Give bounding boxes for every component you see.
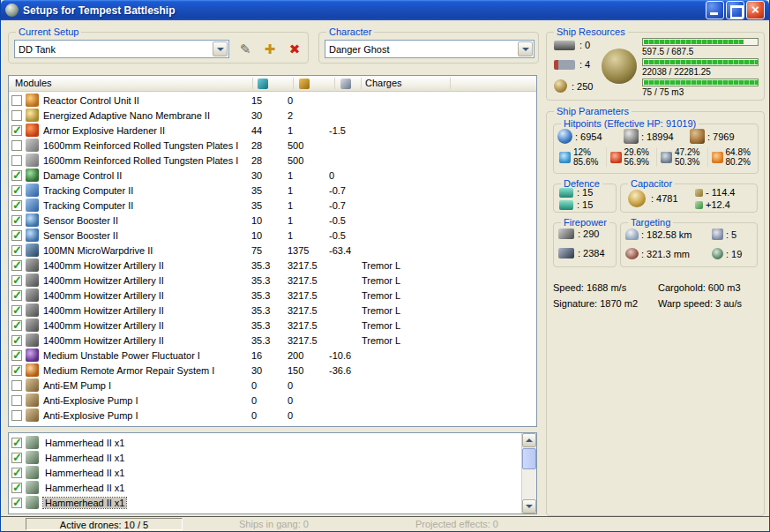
scroll-up-button[interactable] bbox=[522, 433, 536, 447]
cpu-bar-text: 597.5 / 687.5 bbox=[642, 47, 759, 56]
drone-enabled-checkbox[interactable] bbox=[11, 498, 22, 508]
setup-combobox-arrow[interactable] bbox=[213, 41, 228, 56]
scroll-down-button[interactable] bbox=[522, 499, 536, 513]
module-row[interactable]: 1400mm Howitzer Artillery II35.33217.5Tr… bbox=[9, 273, 536, 288]
module-enabled-checkbox[interactable] bbox=[11, 350, 22, 361]
armor-icon bbox=[624, 129, 639, 144]
cap-recharge-icon bbox=[695, 201, 703, 209]
scrollbar-thumb[interactable] bbox=[522, 448, 536, 469]
module-cpu-value: 35 bbox=[251, 185, 288, 196]
module-enabled-checkbox[interactable] bbox=[11, 290, 22, 301]
module-row[interactable]: 100MN MicroWarpdrive II751375-63.4 bbox=[9, 243, 536, 258]
ship-parameters-group: Ship Parameters Hitpoints (Effective HP:… bbox=[546, 111, 765, 516]
module-row[interactable]: 1600mm Reinforced Rolled Tungsten Plates… bbox=[9, 138, 536, 153]
powergrid-icon bbox=[299, 79, 310, 89]
edit-setups-icon[interactable]: ✎ bbox=[236, 41, 254, 58]
minimize-button[interactable] bbox=[706, 1, 724, 19]
module-row[interactable]: Anti-Explosive Pump I00 bbox=[9, 393, 536, 408]
drone-row[interactable]: Hammerhead II x1 bbox=[9, 465, 521, 480]
titlebar[interactable]: Setups for Tempest Battleship bbox=[1, 0, 769, 20]
reactor-control-icon bbox=[26, 94, 39, 107]
cargohold-value: Cargohold: 600 m3 bbox=[658, 282, 741, 293]
current-setup-group: Current Setup DD Tank ✎ ✚ ✖ bbox=[8, 32, 309, 64]
module-enabled-checkbox[interactable] bbox=[11, 185, 22, 196]
chevron-up-icon bbox=[526, 438, 533, 442]
module-row[interactable]: Tracking Computer II351-0.7 bbox=[9, 183, 536, 198]
character-combobox-arrow[interactable] bbox=[518, 41, 533, 56]
module-enabled-checkbox[interactable] bbox=[11, 125, 22, 136]
drone-enabled-checkbox[interactable] bbox=[11, 468, 22, 478]
delete-setup-icon[interactable]: ✖ bbox=[286, 41, 303, 58]
drones-list[interactable]: Hammerhead II x1Hammerhead II x1Hammerhe… bbox=[8, 432, 537, 514]
firepower-label: Firepower bbox=[561, 216, 609, 229]
module-row[interactable]: Anti-Explosive Pump I00 bbox=[9, 408, 536, 423]
module-powergrid-value: 500 bbox=[288, 155, 329, 166]
signature-value: Signature: 1870 m2 bbox=[553, 298, 638, 309]
module-enabled-checkbox[interactable] bbox=[11, 200, 22, 211]
new-setup-icon[interactable]: ✚ bbox=[261, 41, 279, 58]
module-enabled-checkbox[interactable] bbox=[11, 155, 22, 166]
drone-row[interactable]: Hammerhead II x1 bbox=[9, 495, 521, 510]
module-row[interactable]: 1400mm Howitzer Artillery II35.33217.5Tr… bbox=[9, 258, 536, 273]
module-enabled-checkbox[interactable] bbox=[11, 365, 22, 376]
setup-combobox[interactable]: DD Tank bbox=[14, 40, 229, 58]
drone-enabled-checkbox[interactable] bbox=[11, 483, 22, 493]
module-enabled-checkbox[interactable] bbox=[11, 95, 22, 106]
module-row[interactable]: Damage Control II3010 bbox=[9, 168, 536, 183]
module-charge: Tremor L bbox=[362, 260, 536, 271]
module-cpu-value: 0 bbox=[251, 395, 288, 406]
module-enabled-checkbox[interactable] bbox=[11, 170, 22, 181]
module-powergrid-value: 3217.5 bbox=[288, 335, 329, 346]
module-enabled-checkbox[interactable] bbox=[11, 410, 22, 421]
module-cap-value: -63.4 bbox=[329, 245, 362, 256]
module-row[interactable]: Sensor Booster II101-0.5 bbox=[9, 213, 536, 228]
module-row[interactable]: Reactor Control Unit II150 bbox=[9, 93, 536, 108]
module-row[interactable]: Anti-EM Pump I00 bbox=[9, 378, 536, 393]
maximize-button[interactable] bbox=[726, 1, 744, 19]
drone-row[interactable]: Hammerhead II x1 bbox=[9, 450, 521, 465]
kinetic-resist-cell: 47.2% 50.3% bbox=[656, 147, 707, 167]
module-enabled-checkbox[interactable] bbox=[11, 395, 22, 406]
module-enabled-checkbox[interactable] bbox=[11, 110, 22, 121]
module-enabled-checkbox[interactable] bbox=[11, 245, 22, 256]
module-name: 1400mm Howitzer Artillery II bbox=[43, 275, 251, 286]
module-row[interactable]: Medium Remote Armor Repair System I30150… bbox=[9, 363, 536, 378]
module-row[interactable]: Tracking Computer II351-0.7 bbox=[9, 198, 536, 213]
module-row[interactable]: Armor Explosive Hardener II441-1.5 bbox=[9, 123, 536, 138]
drone-icon bbox=[26, 451, 39, 464]
drones-scrollbar[interactable] bbox=[521, 433, 536, 513]
drone-row[interactable]: Hammerhead II x1 bbox=[9, 480, 521, 495]
module-enabled-checkbox[interactable] bbox=[11, 305, 22, 316]
module-row[interactable]: Sensor Booster II101-0.5 bbox=[9, 228, 536, 243]
sensor-booster-icon bbox=[26, 229, 39, 242]
module-cpu-value: 28 bbox=[251, 140, 288, 151]
close-button[interactable] bbox=[746, 1, 765, 19]
module-enabled-checkbox[interactable] bbox=[11, 215, 22, 226]
module-row[interactable]: 1400mm Howitzer Artillery II35.33217.5Tr… bbox=[9, 318, 536, 333]
drone-enabled-checkbox[interactable] bbox=[11, 438, 22, 448]
module-row[interactable]: 1400mm Howitzer Artillery II35.33217.5Tr… bbox=[9, 333, 536, 348]
drone-row[interactable]: Hammerhead II x1 bbox=[9, 435, 521, 450]
drone-enabled-checkbox[interactable] bbox=[11, 453, 22, 463]
module-enabled-checkbox[interactable] bbox=[11, 230, 22, 241]
module-powergrid-value: 1 bbox=[288, 185, 329, 196]
module-row[interactable]: 1400mm Howitzer Artillery II35.33217.5Tr… bbox=[9, 303, 536, 318]
modules-list[interactable]: Modules Charges Reactor Control Unit II1… bbox=[8, 75, 537, 427]
module-row[interactable]: 1600mm Reinforced Rolled Tungsten Plates… bbox=[9, 153, 536, 168]
cap-recharge-value: +12.4 bbox=[706, 199, 730, 210]
module-row[interactable]: Energized Adaptive Nano Membrane II302 bbox=[9, 108, 536, 123]
module-enabled-checkbox[interactable] bbox=[11, 380, 22, 391]
module-cap-value: -0.5 bbox=[329, 230, 362, 241]
module-name: 1400mm Howitzer Artillery II bbox=[43, 260, 251, 271]
hitpoints-group: Hitpoints (Effective HP: 91019) : 6954 :… bbox=[553, 124, 759, 174]
module-row[interactable]: Medium Unstable Power Fluctuator I16200-… bbox=[9, 348, 536, 363]
module-enabled-checkbox[interactable] bbox=[11, 320, 22, 331]
module-enabled-checkbox[interactable] bbox=[11, 260, 22, 271]
module-enabled-checkbox[interactable] bbox=[11, 335, 22, 346]
speed-value: Speed: 1688 m/s bbox=[553, 282, 626, 293]
character-combobox[interactable]: Danger Ghost bbox=[325, 40, 535, 58]
module-enabled-checkbox[interactable] bbox=[11, 140, 22, 151]
module-row[interactable]: 1400mm Howitzer Artillery II35.33217.5Tr… bbox=[9, 288, 536, 303]
module-enabled-checkbox[interactable] bbox=[11, 275, 22, 286]
modules-header-title: Modules bbox=[15, 78, 52, 88]
